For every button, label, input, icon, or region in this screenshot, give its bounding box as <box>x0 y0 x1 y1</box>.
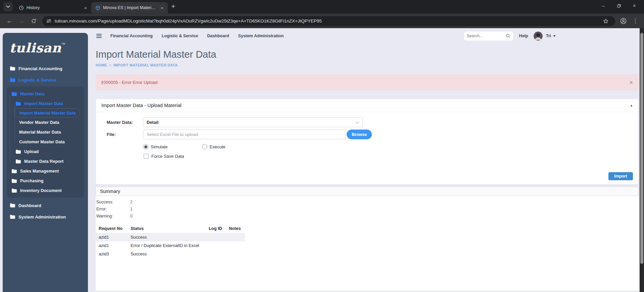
username-label[interactable]: Tri <box>546 34 551 38</box>
new-tab-button[interactable]: + <box>171 3 175 10</box>
topnav-link[interactable]: Financial Accounting <box>110 34 153 38</box>
sidebar-item[interactable]: Import Master Data <box>7 99 84 108</box>
alert-close-icon[interactable]: × <box>629 79 633 86</box>
sidebar-item[interactable]: Inventory Document <box>7 186 84 195</box>
sidebar-item[interactable]: Upload <box>7 147 84 156</box>
profile-glyph-icon <box>620 18 627 24</box>
tab-close-icon[interactable]: × <box>159 5 165 11</box>
cell-notes <box>226 241 245 250</box>
search-icon[interactable] <box>506 34 510 38</box>
file-input[interactable] <box>143 130 346 139</box>
sidebar-item-label: Customer Master Data <box>19 139 65 144</box>
execute-label: Execute <box>210 144 226 149</box>
search-box <box>464 32 513 41</box>
page-scrollbar-thumb[interactable] <box>640 33 643 264</box>
stat-label: Error: <box>96 207 130 211</box>
tab-search-button[interactable] <box>3 2 13 11</box>
top-navbar: Financial AccountingLogistic & ServiceDa… <box>85 28 640 44</box>
topnav-link[interactable]: Logistic & Service <box>162 34 198 38</box>
topnav-link[interactable]: Dashboard <box>207 34 229 38</box>
upload-panel-body: Master Data: Detail File: Browse <box>96 112 638 184</box>
history-icon <box>19 5 24 10</box>
sidebar-item[interactable]: Sales Management <box>7 166 84 176</box>
tulisan-logo: tulisanTM <box>3 33 88 57</box>
breadcrumb-current: IMPORT MATERIAL MASTER DATA <box>113 63 178 67</box>
sidebar-item-label: Material Master Data <box>19 130 61 135</box>
sidebar-item-label: Import Master Data <box>24 101 63 106</box>
tab-history[interactable]: History × <box>15 2 91 13</box>
sidebar-item[interactable]: System Administration <box>3 211 88 223</box>
sidebar-item[interactable]: Master Data <box>7 89 84 99</box>
chevron-down-icon <box>6 5 10 8</box>
avatar-photo-icon <box>534 32 543 41</box>
sidebar-item-label: Logistic & Service <box>18 78 56 83</box>
back-button[interactable]: ← <box>3 15 15 27</box>
search-input[interactable] <box>467 34 506 38</box>
import-button[interactable]: Import <box>608 172 633 180</box>
topnav-links: Financial AccountingLogistic & ServiceDa… <box>110 34 284 38</box>
window-restore-icon[interactable] <box>611 0 627 11</box>
sidebar-item[interactable]: Financial Accounting <box>3 63 88 74</box>
sidebar-item[interactable]: Dashboard <box>3 200 88 211</box>
sidebar-item-label: Master Data <box>20 91 45 96</box>
sidebar-item[interactable]: Import Material Master Data <box>14 108 80 117</box>
main-content: Import Material Master Data HOME>IMPORT … <box>85 49 640 291</box>
sidebar-item-label: Sales Management <box>20 168 59 174</box>
tab-close-icon[interactable]: × <box>83 5 89 11</box>
collapse-caret-icon[interactable]: ▲ <box>630 104 633 107</box>
sidebar-item[interactable]: Logistic & Service <box>3 74 88 86</box>
table-row: azid3 Success <box>96 250 245 258</box>
browser-menu-icon[interactable]: ⋮ <box>630 16 641 27</box>
sidebar-item-label: System Administration <box>18 214 66 220</box>
site-settings-tune-icon[interactable] <box>46 18 51 23</box>
sidebar-item[interactable]: Vendor Master Data <box>7 117 84 127</box>
help-link[interactable]: Help <box>519 34 528 38</box>
summary-title: Summary <box>100 189 120 194</box>
execute-radio[interactable]: Execute <box>202 144 226 149</box>
browse-button[interactable]: Browse <box>347 130 372 139</box>
cell-log-id <box>206 241 226 250</box>
upload-panel: Import Master Data - Upload Material ▲ M… <box>96 99 639 185</box>
window-close-icon[interactable]: × <box>627 0 642 11</box>
topnav-link[interactable]: System Administration <box>238 34 284 38</box>
master-data-select[interactable]: Detail <box>143 117 363 127</box>
tab-minova-active[interactable]: Minova ES | Import Material Ma × <box>91 2 168 13</box>
folder-icon <box>16 159 21 163</box>
window-minimize-icon[interactable]: – <box>596 0 611 11</box>
master-data-label: Master Data: <box>107 117 143 127</box>
breadcrumb-home[interactable]: HOME <box>96 63 107 67</box>
sidebar-menu: Financial Accounting Logistic & Service <box>3 63 88 223</box>
page-scrollbar-track[interactable] <box>640 28 644 292</box>
stat-value: 2 <box>130 200 133 204</box>
browser-profile-icon[interactable] <box>618 16 629 27</box>
reload-icon <box>31 18 36 23</box>
forward-button[interactable]: → <box>15 15 28 27</box>
simulate-radio[interactable]: Simulate <box>143 144 168 149</box>
toolbar-right: ⋮ <box>618 16 641 27</box>
summary-panel-header: Summary <box>96 187 639 196</box>
user-avatar[interactable] <box>534 32 543 41</box>
table-header-row: Request NoStatusLog IDNotes <box>96 224 245 233</box>
sidebar-item[interactable]: Purchasing <box>7 176 84 186</box>
sidebar-item-label: Master Data Report <box>24 159 63 164</box>
checkbox-icon <box>144 154 149 159</box>
reload-button[interactable] <box>28 15 40 27</box>
star-glyph-icon <box>603 18 608 24</box>
url-text: tulisan.minovais.com/Page/uploadMDLogist… <box>55 18 600 23</box>
hamburger-menu-icon[interactable] <box>96 34 102 38</box>
upload-panel-header[interactable]: Import Master Data - Upload Material ▲ <box>96 99 638 112</box>
table-header-cell: Notes <box>226 224 245 233</box>
cell-status: Success <box>128 250 206 258</box>
sidebar-item[interactable]: Master Data Report <box>7 156 84 166</box>
sidebar-item[interactable]: Material Master Data <box>7 127 84 137</box>
file-label: File: <box>107 130 143 139</box>
user-dropdown-caret-icon[interactable] <box>553 35 556 37</box>
url-omnibox[interactable]: tulisan.minovais.com/Page/uploadMDLogist… <box>42 16 615 26</box>
bookmark-star-icon[interactable] <box>600 16 611 27</box>
table-header-cell: Log ID <box>206 224 226 233</box>
sidebar-item[interactable]: Customer Master Data <box>7 137 84 147</box>
error-exclamation-icon: ! <box>101 80 103 85</box>
tree-guide-line <box>10 96 10 162</box>
logo-text: tulisan <box>9 40 61 55</box>
force-save-checkbox[interactable]: Force Save Data <box>144 154 633 159</box>
